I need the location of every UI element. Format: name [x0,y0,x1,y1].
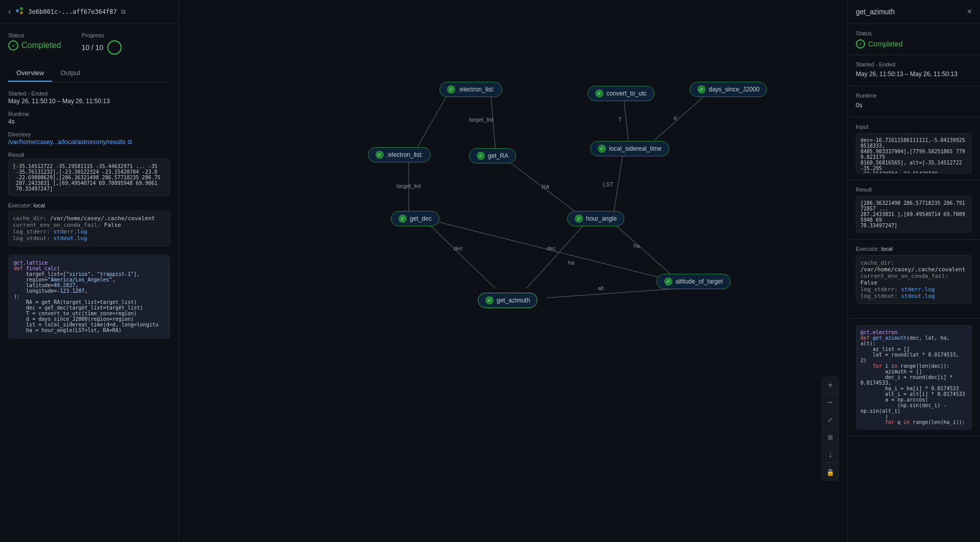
right-status-section: Status ✓ Completed [848,24,980,55]
svg-line-11 [424,220,496,289]
graph-canvas: target_list target_list T d RA LST dec d… [179,0,847,542]
node-check-icon: ✓ [575,215,583,223]
status-label: Status [8,32,61,38]
right-input-label: Input [856,124,972,130]
edge-label-ha-2: ha [568,260,574,266]
edge-label-d: d [673,115,676,121]
node-check-icon: ✓ [485,296,494,304]
progress-label: Progress [81,32,122,38]
svg-line-9 [613,150,623,217]
result-label: Result [8,152,170,158]
sidebar-content: Status ✓ Completed Progress 10 / 10 Over… [0,24,178,542]
started-ended: Started - Ended May 26, 11:50:10 – May 2… [8,90,170,105]
executor-conda: current_env_on_conda_fail: False [13,222,166,228]
result-section: Result [-35.14512722 -35.29581115 -35.44… [8,152,170,196]
right-stderr: log_stderr: stderr.log [860,286,967,293]
svg-line-3 [491,91,496,153]
directory-value[interactable]: /var/home/casey...a/local/astronomy/resu… [8,138,170,146]
node-get-ra[interactable]: ✓ get_RA [469,148,516,163]
graph-controls: + − ⤢ ⊞ ↓ 🔒 [822,376,839,481]
svg-point-1 [20,7,23,10]
right-conda: current_env_on_conda_fail: False [860,273,967,286]
result-box: [-35.14512722 -35.29581115 -35.44632971 … [8,159,170,196]
right-executor-label: Executor: local [856,246,972,252]
started-ended-label: Started - Ended [8,90,170,97]
right-result-label: Result [856,186,972,193]
directory: Directory /var/home/casey...a/local/astr… [8,131,170,146]
run-id: 3e6b001c-...aff67e364f87 [28,8,116,15]
zoom-out-button[interactable]: − [822,394,838,411]
node-electron-list-1[interactable]: ✓ :electron_list: [439,82,502,97]
back-icon[interactable]: ‹ [8,7,11,16]
edge-label-ha-1: ha [634,243,640,249]
executor-label: Executor: local [8,202,170,208]
down-button[interactable]: ↓ [822,446,838,463]
node-convert-to-utc[interactable]: ✓ convert_to_utc [588,86,655,101]
map-button[interactable]: ⊞ [822,429,838,445]
edge-label-RA: RA [542,184,549,190]
right-check-icon: ✓ [856,39,865,49]
right-runtime: Runtime 0s [848,86,980,117]
executor-cache-dir: cache_dir: /var/home/casey/.cache/covale… [13,215,166,222]
executor-stdout: log_stdout: stdout.log [13,235,166,242]
runtime-label: Runtime [8,111,170,117]
right-cache-dir: cache_dir: /var/home/casey/.cache/covale… [860,260,967,273]
svg-line-10 [429,220,669,280]
right-status-label: Status [856,30,972,36]
right-panel-header: get_azimuth × [848,0,980,24]
close-icon[interactable]: × [967,7,972,16]
right-panel-title: get_azimuth [856,8,895,16]
status-col: Status ✓ Completed [8,32,61,55]
right-started-ended: Started - Ended May 26, 11:50:13 – May 2… [848,55,980,86]
svg-line-8 [654,91,710,140]
right-code-box: @ct.electron def get_azimuth(dec, lat, h… [856,325,972,430]
progress-circle-icon [107,40,122,55]
directory-label: Directory [8,131,170,137]
progress-display: 10 / 10 [81,40,122,55]
status-completed: ✓ Completed [8,40,61,51]
tab-overview[interactable]: Overview [8,65,52,82]
node-local-sidereal-time[interactable]: ✓ local_sidereal_time [590,141,669,156]
runtime: Runtime 4s [8,111,170,125]
left-sidebar: ‹ 3e6b001c-...aff67e364f87 ⧉ Status ✓ Co… [0,0,179,542]
fit-button[interactable]: ⤢ [822,412,838,428]
started-ended-value: May 26, 11:50:10 – May 26, 11:50:13 [8,98,170,105]
node-electron-list-2[interactable]: ✓ :electron_list: [368,147,431,162]
svg-line-4 [414,91,450,153]
node-get-azimuth[interactable]: ✓ get_azimuth [478,293,538,308]
right-status-value: ✓ Completed [856,39,972,49]
node-get-dec[interactable]: ✓ get_dec [391,211,439,226]
executor-stderr: log_stderr: stderr.log [13,228,166,235]
edge-label-target-list-1: target_list [469,116,494,123]
node-check-icon: ✓ [477,152,485,160]
copy-icon[interactable]: ⧉ [121,8,126,15]
node-check-icon: ✓ [399,215,407,223]
workflow-icon [15,6,24,17]
right-stdout: log_stdout: stdout.log [860,293,967,299]
lock-button[interactable]: 🔒 [822,464,838,480]
node-check-icon: ✓ [447,85,455,93]
zoom-in-button[interactable]: + [822,377,838,393]
svg-point-2 [20,11,23,14]
progress-col: Progress 10 / 10 [81,32,122,55]
node-altitude-of-target[interactable]: ✓ altitude_of_target [657,274,731,289]
edge-label-target-list-2: target_list [396,183,421,189]
right-input: Input dec=-16.71611586111111,-5.04139925… [848,117,980,180]
topbar: ‹ 3e6b001c-...aff67e364f87 ⧉ [0,0,178,24]
right-executor-name: local [881,246,893,252]
right-runtime-value: 0s [856,102,972,109]
node-check-icon: ✓ [595,89,603,98]
svg-line-12 [611,221,677,280]
right-code: @ct.electron def get_azimuth(dec, lat, h… [848,319,980,436]
tab-output[interactable]: Output [52,65,88,82]
right-started-ended-value: May 26, 11:50:13 – May 26, 11:50:13 [856,70,972,78]
right-runtime-label: Runtime [856,92,972,99]
svg-line-14 [547,289,677,298]
node-hour-angle[interactable]: ✓ hour_angle [567,211,624,226]
right-executor-box: cache_dir: /var/home/casey/.cache/covale… [856,255,972,304]
right-result: Result [286.36321498 286.57718235 286.79… [848,180,980,240]
runtime-value: 4s [8,118,170,125]
node-days-since-j2000[interactable]: ✓ days_since_J2000 [690,82,767,97]
svg-point-0 [16,9,19,12]
node-check-icon: ✓ [376,151,384,159]
